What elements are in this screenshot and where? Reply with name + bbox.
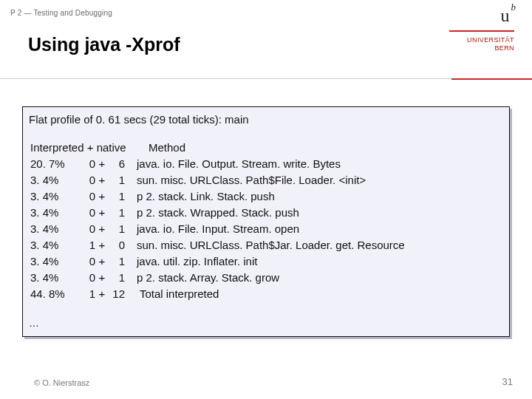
cell-pct: 3. 4% (30, 237, 76, 253)
cell-left: 1 (76, 286, 95, 302)
profile-table: Interpreted + native Method 20. 7% 0 + 6… (30, 140, 405, 302)
table-row: 3. 4% 0 + 1 p 2. stack. Array. Stack. gr… (30, 270, 405, 286)
cell-method: java. io. File. Input. Stream. open (125, 221, 299, 237)
cell-right: 6 (109, 156, 125, 172)
table-row: 3. 4% 1 + 0 sun. misc. URLClass. Path$Ja… (30, 237, 405, 253)
cell-left: 0 (76, 188, 95, 205)
divider-grey (0, 78, 451, 79)
cell-pct: 3. 4% (30, 188, 76, 205)
divider-red (451, 78, 532, 80)
cell-right: 1 (109, 270, 125, 286)
cell-plus: + (95, 253, 109, 270)
profile-header: Interpreted + native Method (30, 140, 405, 156)
cell-plus: + (95, 188, 109, 205)
cell-right: 1 (109, 188, 125, 205)
cell-plus: + (95, 286, 109, 302)
cell-pct: 3. 4% (30, 205, 76, 221)
cell-method: p 2. stack. Wrapped. Stack. push (125, 205, 299, 221)
cell-left: 0 (76, 253, 95, 270)
table-row: 3. 4% 0 + 1 p 2. stack. Wrapped. Stack. … (30, 205, 405, 221)
cell-method: java. util. zip. Inflater. init (125, 253, 257, 270)
cell-plus: + (95, 205, 109, 221)
cell-plus: + (95, 156, 109, 172)
table-row: 20. 7% 0 + 6 java. io. File. Output. Str… (30, 156, 405, 172)
cell-pct: 20. 7% (30, 156, 76, 172)
cell-left: 0 (76, 172, 95, 188)
cell-plus: + (95, 172, 109, 188)
logo-line2: BERN (494, 44, 514, 52)
slide: P 2 — Testing and Debugging Using java -… (0, 0, 532, 399)
logo-text: UNIVERSITÄT BERN (449, 30, 514, 52)
cell-pct: 3. 4% (30, 253, 76, 270)
cell-right: 1 (109, 205, 125, 221)
profile-panel: Flat profile of 0. 61 secs (29 total tic… (22, 106, 510, 337)
ellipsis: … (29, 317, 39, 329)
table-row: 3. 4% 0 + 1 p 2. stack. Link. Stack. pus… (30, 188, 405, 205)
table-row: 3. 4% 0 + 1 java. util. zip. Inflater. i… (30, 253, 405, 270)
footer-author: © O. Nierstrasz (34, 378, 89, 387)
cell-method: Total interpreted (125, 286, 219, 302)
profile-header-left: Interpreted + native (30, 140, 149, 156)
university-logo: ub UNIVERSITÄT BERN (449, 6, 514, 52)
cell-left: 0 (76, 205, 95, 221)
logo-b: b (511, 1, 516, 13)
cell-left: 0 (76, 221, 95, 237)
cell-left: 1 (76, 237, 95, 253)
cell-right: 12 (109, 286, 125, 302)
panel-title: Flat profile of 0. 61 secs (29 total tic… (29, 113, 249, 126)
cell-pct: 44. 8% (30, 286, 76, 302)
table-row: 3. 4% 0 + 1 java. io. File. Input. Strea… (30, 221, 405, 237)
cell-right: 1 (109, 253, 125, 270)
page-title: Using java -Xprof (28, 34, 180, 55)
page-number: 31 (502, 376, 513, 387)
cell-right: 0 (109, 237, 125, 253)
cell-plus: + (95, 270, 109, 286)
cell-pct: 3. 4% (30, 172, 76, 188)
cell-pct: 3. 4% (30, 270, 76, 286)
cell-left: 0 (76, 156, 95, 172)
cell-plus: + (95, 237, 109, 253)
cell-pct: 3. 4% (30, 221, 76, 237)
cell-method: sun. misc. URLClass. Path$File. Loader. … (125, 172, 366, 188)
logo-line1: UNIVERSITÄT (467, 36, 514, 44)
logo-u: u (501, 6, 510, 25)
logo-ub: ub (449, 6, 514, 26)
table-row: 3. 4% 0 + 1 sun. misc. URLClass. Path$Fi… (30, 172, 405, 188)
table-row: 44. 8% 1 + 12 Total interpreted (30, 286, 405, 302)
cell-method: p 2. stack. Link. Stack. push (125, 188, 275, 205)
cell-right: 1 (109, 221, 125, 237)
cell-left: 0 (76, 270, 95, 286)
cell-method: p 2. stack. Array. Stack. grow (125, 270, 279, 286)
cell-method: sun. misc. URLClass. Path$Jar. Loader. g… (125, 237, 405, 253)
cell-plus: + (95, 221, 109, 237)
profile-header-right: Method (149, 140, 185, 156)
cell-right: 1 (109, 172, 125, 188)
cell-method: java. io. File. Output. Stream. write. B… (125, 156, 341, 172)
breadcrumb: P 2 — Testing and Debugging (10, 9, 112, 17)
